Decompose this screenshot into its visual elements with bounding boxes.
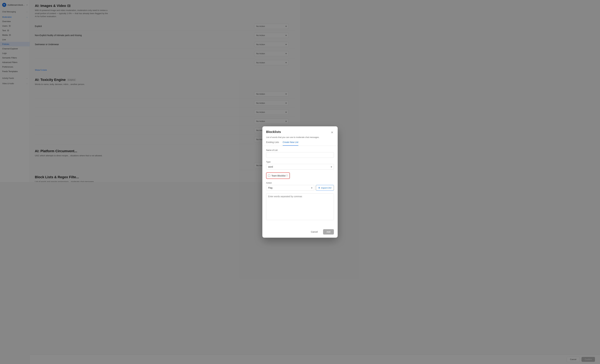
tab-create-new-list[interactable]: Create New List: [283, 141, 299, 146]
name-of-list-group: Name of List: [266, 149, 300, 158]
modal-overlay[interactable]: Blocklists ✕ List of words that you can …: [0, 0, 300, 182]
type-select[interactable]: word regex: [266, 164, 300, 170]
modal-title: Blocklists: [266, 130, 281, 134]
name-of-list-input[interactable]: [266, 152, 300, 158]
name-of-list-label: Name of List: [266, 149, 300, 151]
action-label: Action: [266, 182, 300, 182]
team-blocklist-row: Team Blocklist ⓘ: [266, 173, 290, 179]
modal-body: Name of List Type word regex Team Blockl…: [262, 146, 300, 182]
type-select-wrapper: word regex: [266, 164, 300, 170]
blocklists-modal: Blocklists ✕ List of words that you can …: [262, 126, 300, 182]
team-blocklist-checkbox[interactable]: [268, 175, 270, 177]
modal-header: Blocklists ✕: [262, 126, 300, 135]
info-icon: ⓘ: [286, 174, 288, 177]
tab-existing-lists[interactable]: Existing Lists: [266, 141, 279, 146]
modal-tabs: Existing Lists Create New List: [262, 138, 300, 146]
modal-subtitle: List of words that you can use to modera…: [262, 135, 300, 138]
type-group: Type word regex: [266, 161, 300, 170]
type-label: Type: [266, 161, 300, 163]
team-blocklist-label: Team Blocklist ⓘ: [272, 174, 288, 177]
action-group: Action Flag Block Remove ⬆ Import CSV: [266, 182, 300, 182]
